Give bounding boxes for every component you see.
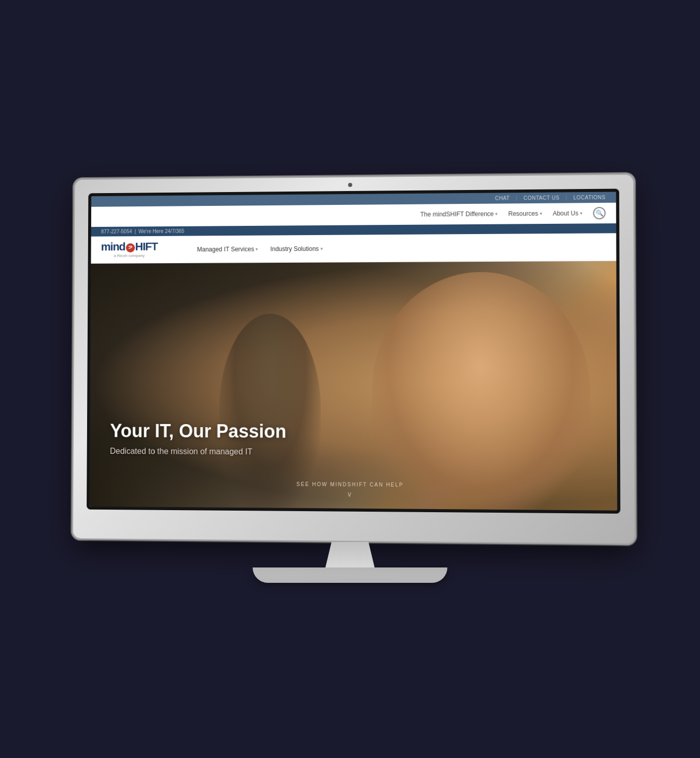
full-nav: mind HIFT a Ricoh company bbox=[91, 233, 616, 264]
chevron-icon-1: ▾ bbox=[540, 211, 542, 216]
phone-number: 877-227-5054 bbox=[101, 228, 132, 234]
logo-mind: mind bbox=[101, 240, 125, 253]
utility-divider-2: | bbox=[566, 195, 567, 200]
logo-shift: HIFT bbox=[135, 240, 158, 253]
chevron-icon-2: ▾ bbox=[580, 210, 583, 216]
phone-separator: | bbox=[135, 228, 136, 234]
nav-managed-it[interactable]: Managed IT Services ▾ bbox=[191, 241, 264, 257]
chevron-managed-it-icon: ▾ bbox=[256, 246, 258, 251]
hero-cta-arrow-icon: ∨ bbox=[296, 490, 403, 499]
utility-divider-1: | bbox=[516, 195, 518, 201]
logo-brand: mind HIFT a Ricoh company bbox=[101, 241, 158, 258]
logo-ricoh: a Ricoh company bbox=[101, 253, 158, 258]
nav-about-us[interactable]: About Us ▾ bbox=[552, 209, 582, 217]
logo-s-icon bbox=[128, 245, 133, 250]
chevron-industry-icon: ▾ bbox=[320, 246, 323, 251]
hero-cta-text: SEE HOW MINDSHIFT CAN HELP bbox=[296, 481, 403, 488]
nav-resources[interactable]: Resources ▾ bbox=[508, 210, 542, 218]
top-nav-right: The mindSHIFT Difference ▾ Resources ▾ A… bbox=[91, 203, 616, 227]
search-button[interactable]: 🔍 bbox=[593, 207, 606, 219]
hero-subtitle: Dedicated to the mission of managed IT bbox=[110, 447, 286, 457]
hero-person-figure bbox=[372, 271, 590, 510]
nav-industry-solutions[interactable]: Industry Solutions ▾ bbox=[264, 241, 329, 257]
monitor-wrapper: CHAT | CONTACT US | LOCATIONS The mindSH… bbox=[68, 175, 632, 583]
hero-title: Your IT, Our Passion bbox=[110, 419, 286, 442]
hero-section: Your IT, Our Passion Dedicated to the mi… bbox=[90, 261, 617, 511]
chevron-icon-0: ▾ bbox=[496, 212, 498, 217]
nav-mindshift-difference[interactable]: The mindSHIFT Difference ▾ bbox=[420, 210, 498, 218]
screen: CHAT | CONTACT US | LOCATIONS The mindSH… bbox=[90, 192, 617, 511]
logo: mind HIFT a Ricoh company bbox=[101, 241, 158, 258]
logo-circle-icon bbox=[126, 243, 135, 252]
hero-cta[interactable]: SEE HOW MINDSHIFT CAN HELP ∨ bbox=[296, 481, 403, 499]
top-nav-links: The mindSHIFT Difference ▾ Resources ▾ A… bbox=[420, 209, 583, 218]
hero-background-person bbox=[219, 313, 321, 508]
logo-area[interactable]: mind HIFT a Ricoh company bbox=[101, 241, 181, 258]
chat-link[interactable]: CHAT bbox=[495, 195, 510, 201]
hero-content: Your IT, Our Passion Dedicated to the mi… bbox=[110, 419, 286, 456]
monitor-inner-bezel: CHAT | CONTACT US | LOCATIONS The mindSH… bbox=[87, 188, 620, 513]
search-icon: 🔍 bbox=[595, 209, 603, 217]
locations-link[interactable]: LOCATIONS bbox=[573, 195, 606, 201]
monitor-bezel: CHAT | CONTACT US | LOCATIONS The mindSH… bbox=[72, 173, 636, 545]
monitor-stand-base bbox=[253, 567, 447, 583]
camera-dot bbox=[348, 183, 352, 187]
phone-tagline: We're Here 24/7/365 bbox=[138, 228, 184, 234]
contact-us-link[interactable]: CONTACT US bbox=[524, 195, 560, 201]
main-nav-links: Managed IT Services ▾ Industry Solutions… bbox=[191, 239, 606, 257]
monitor-stand-neck bbox=[319, 542, 381, 567]
